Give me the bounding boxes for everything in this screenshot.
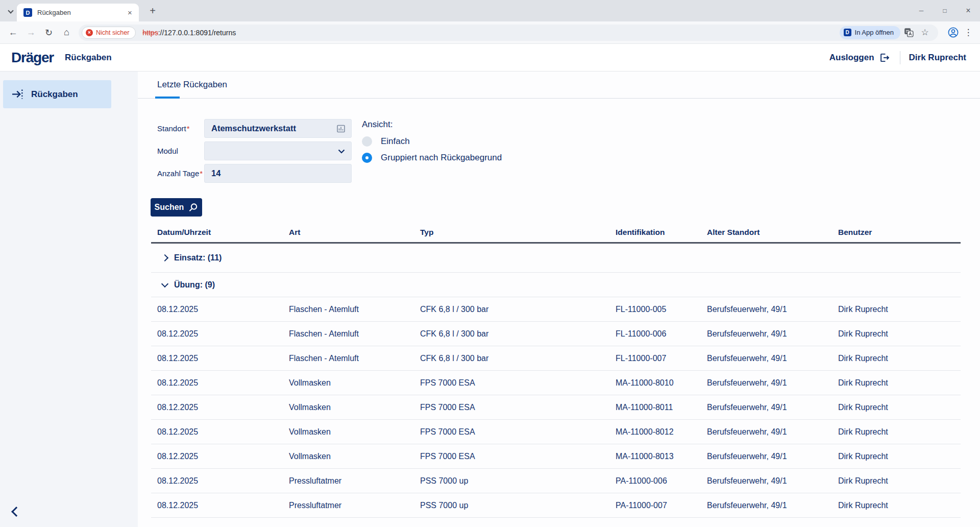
return-icon [11,87,24,101]
search-button[interactable]: Suchen [151,198,202,217]
sidebar-collapse-button[interactable] [10,506,22,518]
column-header: Alter Standort [701,228,832,237]
table-body: Einsatz: (11)Übung: (9)08.12.2025Flasche… [151,244,961,518]
anzahl-tage-label: Anzahl Tage* [157,169,204,178]
chevron-left-icon [11,507,21,517]
table-row[interactable]: 08.12.2025VollmaskenFPS 7000 ESAMA-11000… [151,444,961,469]
group-label: Übung: (9) [174,280,215,290]
ansicht-option[interactable]: Einfach [362,136,502,147]
maximize-button[interactable]: □ [933,0,957,21]
table-cell: MA-11000-8012 [609,427,701,437]
table-cell: Berufsfeuerwehr, 49/1 [701,403,832,412]
address-bar[interactable]: × Nicht sicher https://127.0.0.1:8091/re… [79,25,938,41]
modul-select[interactable] [204,141,352,160]
ansicht-option[interactable]: Gruppiert nach Rückgabegrund [362,153,502,163]
translate-icon[interactable] [900,25,917,40]
table-cell: FL-11000-006 [609,329,701,339]
new-tab-button[interactable]: + [146,4,159,17]
table-row[interactable]: 08.12.2025Flaschen - AtemluftCFK 6,8 l /… [151,346,961,371]
table-cell: FPS 7000 ESA [414,378,609,388]
table-cell: Dirk Ruprecht [832,476,961,486]
table-cell: Vollmasken [283,427,414,437]
browser-window: D Rückgaben × + ─ □ × ← → ↻ ⌂ × Nicht si… [0,0,980,527]
tab-search-button[interactable] [5,5,17,17]
table-row[interactable]: 08.12.2025PressluftatmerPSS 7000 upPA-11… [151,469,961,493]
table-row[interactable]: 08.12.2025VollmaskenFPS 7000 ESAMA-11000… [151,420,961,444]
table-cell: Berufsfeuerwehr, 49/1 [701,354,832,363]
open-in-app-button[interactable]: D In App öffnen [840,26,900,39]
table-cell: CFK 6,8 l / 300 bar [414,305,609,314]
anzahl-tage-value: 14 [211,169,346,178]
required-marker: * [200,169,203,178]
table-cell: Dirk Ruprecht [832,354,961,363]
minimize-button[interactable]: ─ [910,0,933,21]
draeger-icon: D [844,29,851,36]
table-row[interactable]: 08.12.2025PressluftatmerPSS 7000 upPA-11… [151,493,961,518]
browser-toolbar: ← → ↻ ⌂ × Nicht sicher https://127.0.0.1… [0,21,980,44]
sidebar-item-rueckgaben[interactable]: Rückgaben [3,80,111,108]
table-cell: 08.12.2025 [151,378,283,388]
column-header: Identifikation [609,228,701,237]
table-cell: FL-11000-005 [609,305,701,314]
radio-unselected-icon[interactable] [362,136,372,147]
forward-button[interactable]: → [22,24,40,41]
tab-letzte-rueckgaben[interactable]: Letzte Rückgaben [157,80,227,90]
tab-close-icon[interactable]: × [125,8,135,17]
profile-icon[interactable] [944,24,962,41]
table-cell: FPS 7000 ESA [414,452,609,461]
table-row[interactable]: 08.12.2025Flaschen - AtemluftCFK 6,8 l /… [151,322,961,346]
anzahl-tage-input[interactable]: 14 [204,164,352,183]
table-row[interactable]: 08.12.2025VollmaskenFPS 7000 ESAMA-11000… [151,395,961,420]
security-badge-label: Nicht sicher [96,29,129,36]
open-in-app-label: In App öffnen [855,29,894,36]
modul-label: Modul [157,147,204,155]
table-cell: Vollmasken [283,378,414,388]
active-tab-indicator [155,97,180,99]
main-content: Letzte Rückgaben Standort* Atemschutzwer… [138,71,980,527]
table-cell: FL-11000-007 [609,354,701,363]
table-cell: Flaschen - Atemluft [283,354,414,363]
table-cell: Dirk Ruprecht [832,452,961,461]
group-row[interactable]: Übung: (9) [151,273,961,297]
returns-table: Datum/UhrzeitArtTypIdentifikationAlter S… [151,222,961,518]
table-cell: MA-11000-8011 [609,403,701,412]
table-cell: Berufsfeuerwehr, 49/1 [701,452,832,461]
column-header: Art [283,228,414,237]
standort-value: Atemschutzwerkstatt [211,124,336,133]
table-cell: 08.12.2025 [151,354,283,363]
draeger-logo: Dräger [11,50,54,66]
search-icon [188,203,198,212]
reload-button[interactable]: ↻ [40,24,58,41]
logout-button[interactable]: Ausloggen [829,53,890,63]
column-header: Benutzer [832,228,961,237]
table-cell: 08.12.2025 [151,501,283,510]
required-marker: * [187,124,190,133]
standort-label: Standort* [157,124,204,133]
table-row[interactable]: 08.12.2025VollmaskenFPS 7000 ESAMA-11000… [151,371,961,395]
standort-input[interactable]: Atemschutzwerkstatt [204,119,352,138]
table-row[interactable]: 08.12.2025Flaschen - AtemluftCFK 6,8 l /… [151,297,961,322]
table-cell: Berufsfeuerwehr, 49/1 [701,476,832,486]
close-window-button[interactable]: × [957,0,980,21]
table-cell: Dirk Ruprecht [832,403,961,412]
group-row[interactable]: Einsatz: (11) [151,244,961,273]
table-cell: Berufsfeuerwehr, 49/1 [701,501,832,510]
bookmark-star-icon[interactable]: ☆ [917,25,933,40]
table-cell: MA-11000-8010 [609,378,701,388]
browser-tab-strip: D Rückgaben × + ─ □ × [0,0,980,21]
back-button[interactable]: ← [4,24,22,41]
table-cell: Pressluftatmer [283,501,414,510]
table-cell: Berufsfeuerwehr, 49/1 [701,329,832,339]
url-rest: ://127.0.0.1:8091/returns [158,29,236,37]
table-cell: Berufsfeuerwehr, 49/1 [701,305,832,314]
security-badge[interactable]: × Nicht sicher [82,27,136,39]
radio-selected-icon[interactable] [362,153,372,163]
home-button[interactable]: ⌂ [58,24,76,41]
logout-label: Ausloggen [829,53,874,63]
menu-kebab-icon[interactable]: ⋮ [962,24,975,41]
table-cell: Dirk Ruprecht [832,501,961,510]
table-cell: 08.12.2025 [151,476,283,486]
table-header: Datum/UhrzeitArtTypIdentifikationAlter S… [151,222,961,244]
browser-tab[interactable]: D Rückgaben × [17,4,139,21]
table-cell: Flaschen - Atemluft [283,329,414,339]
